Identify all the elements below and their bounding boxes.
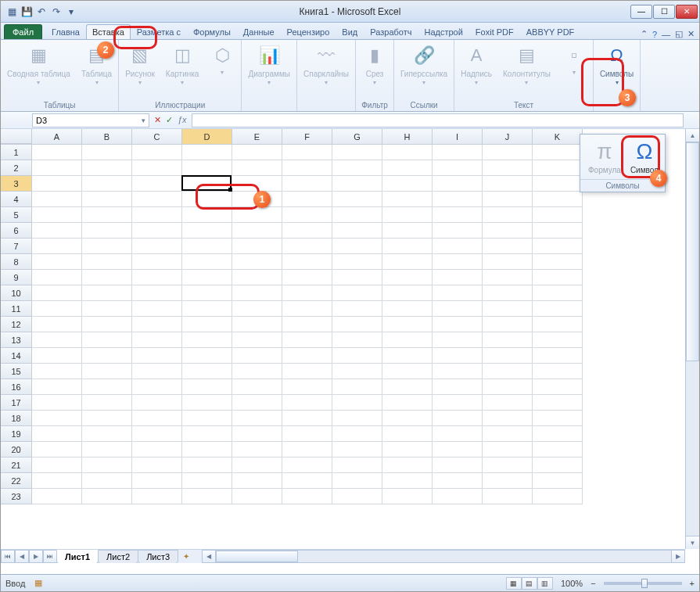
cell[interactable] bbox=[82, 364, 132, 379]
cell[interactable] bbox=[382, 457, 433, 473]
cell[interactable] bbox=[332, 442, 382, 457]
equation-menu-item[interactable]: πФормула bbox=[583, 138, 626, 176]
cell[interactable] bbox=[282, 301, 332, 317]
cell[interactable] bbox=[132, 160, 182, 176]
cell[interactable] bbox=[182, 379, 232, 395]
cell[interactable] bbox=[382, 270, 433, 285]
cell[interactable] bbox=[483, 223, 533, 239]
cell[interactable] bbox=[132, 239, 182, 254]
cell[interactable] bbox=[433, 207, 483, 223]
cell[interactable] bbox=[483, 207, 533, 223]
column-header-C[interactable]: C bbox=[132, 129, 182, 144]
row-header-20[interactable]: 20 bbox=[1, 442, 32, 457]
row-header-12[interactable]: 12 bbox=[1, 317, 32, 332]
sheet-nav-0[interactable]: ⏮ bbox=[1, 550, 15, 563]
cell[interactable] bbox=[533, 379, 583, 395]
cell[interactable] bbox=[533, 348, 583, 364]
cell[interactable] bbox=[132, 379, 182, 395]
cell[interactable] bbox=[232, 192, 282, 207]
undo-icon[interactable]: ↶ bbox=[35, 5, 48, 18]
row-header-6[interactable]: 6 bbox=[1, 223, 32, 239]
cell[interactable] bbox=[82, 379, 132, 395]
cell[interactable] bbox=[32, 301, 82, 317]
cell[interactable] bbox=[132, 411, 182, 426]
cell[interactable] bbox=[182, 192, 232, 207]
column-header-F[interactable]: F bbox=[282, 129, 332, 144]
cell[interactable] bbox=[132, 489, 182, 504]
cell[interactable] bbox=[132, 254, 182, 270]
cell[interactable] bbox=[433, 457, 483, 473]
cell[interactable] bbox=[483, 301, 533, 317]
cell[interactable] bbox=[382, 348, 433, 364]
column-header-J[interactable]: J bbox=[483, 129, 533, 144]
row-header-4[interactable]: 4 bbox=[1, 192, 32, 207]
cell[interactable] bbox=[483, 270, 533, 285]
cell[interactable] bbox=[332, 301, 382, 317]
cell[interactable] bbox=[232, 395, 282, 411]
cell[interactable] bbox=[483, 457, 533, 473]
cell[interactable] bbox=[132, 473, 182, 489]
cell[interactable] bbox=[483, 145, 533, 160]
cell[interactable] bbox=[483, 239, 533, 254]
cell[interactable] bbox=[282, 332, 332, 348]
cell[interactable] bbox=[533, 489, 583, 504]
cell[interactable] bbox=[382, 223, 433, 239]
cell[interactable] bbox=[32, 364, 82, 379]
cell[interactable] bbox=[132, 457, 182, 473]
page-break-button[interactable]: ▥ bbox=[537, 577, 553, 590]
cell[interactable] bbox=[533, 160, 583, 176]
hscroll-thumb[interactable] bbox=[216, 551, 298, 562]
cell[interactable] bbox=[433, 176, 483, 192]
cell[interactable] bbox=[82, 489, 132, 504]
cell[interactable] bbox=[533, 223, 583, 239]
tab-разработч[interactable]: Разработч bbox=[364, 24, 418, 39]
cell[interactable] bbox=[533, 301, 583, 317]
cell[interactable] bbox=[382, 395, 433, 411]
scroll-left-icon[interactable]: ◀ bbox=[203, 551, 216, 562]
column-header-A[interactable]: A bbox=[32, 129, 82, 144]
sheet-nav-3[interactable]: ⏭ bbox=[43, 550, 57, 563]
row-header-23[interactable]: 23 bbox=[1, 489, 32, 504]
row-header-5[interactable]: 5 bbox=[1, 207, 32, 223]
cell[interactable] bbox=[132, 285, 182, 301]
cell[interactable] bbox=[382, 364, 433, 379]
tab-вид[interactable]: Вид bbox=[336, 24, 364, 39]
cell[interactable] bbox=[82, 348, 132, 364]
cell[interactable] bbox=[182, 364, 232, 379]
cell[interactable] bbox=[282, 364, 332, 379]
row-header-7[interactable]: 7 bbox=[1, 239, 32, 254]
cell[interactable] bbox=[433, 379, 483, 395]
cell[interactable] bbox=[282, 145, 332, 160]
cell[interactable] bbox=[433, 317, 483, 332]
cell[interactable] bbox=[433, 332, 483, 348]
cell[interactable] bbox=[232, 411, 282, 426]
cell[interactable] bbox=[232, 457, 282, 473]
cell[interactable] bbox=[82, 223, 132, 239]
cell[interactable] bbox=[332, 239, 382, 254]
tab-вставка[interactable]: Вставка bbox=[86, 24, 131, 39]
cell[interactable] bbox=[332, 489, 382, 504]
minimize-button[interactable]: — bbox=[630, 5, 652, 19]
clipart-button[interactable]: ◫Картинка▾ bbox=[163, 41, 203, 88]
cell[interactable] bbox=[182, 301, 232, 317]
cell[interactable] bbox=[182, 239, 232, 254]
zoom-handle[interactable] bbox=[641, 579, 648, 588]
cell[interactable] bbox=[32, 426, 82, 442]
cell[interactable] bbox=[483, 411, 533, 426]
cell[interactable] bbox=[382, 207, 433, 223]
cell[interactable] bbox=[433, 192, 483, 207]
cell[interactable] bbox=[132, 207, 182, 223]
row-header-15[interactable]: 15 bbox=[1, 364, 32, 379]
cell[interactable] bbox=[82, 411, 132, 426]
cell[interactable] bbox=[332, 457, 382, 473]
cell[interactable] bbox=[182, 395, 232, 411]
cell[interactable] bbox=[32, 395, 82, 411]
headerfooter-button[interactable]: ▤Колонтитулы▾ bbox=[500, 41, 554, 88]
cell[interactable] bbox=[533, 207, 583, 223]
cell[interactable] bbox=[132, 176, 182, 192]
cell[interactable] bbox=[483, 348, 533, 364]
cell[interactable] bbox=[433, 411, 483, 426]
row-header-13[interactable]: 13 bbox=[1, 332, 32, 348]
cell[interactable] bbox=[382, 176, 433, 192]
cell[interactable] bbox=[433, 395, 483, 411]
